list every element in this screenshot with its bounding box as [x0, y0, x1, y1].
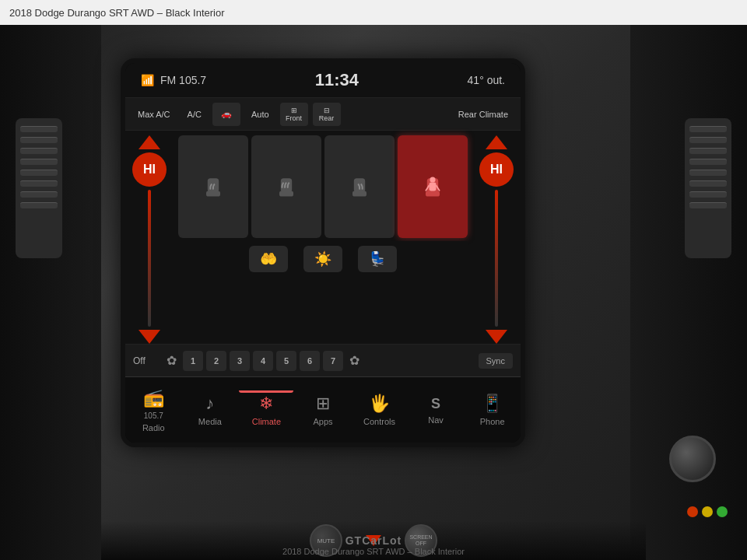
- radio-info: 📶 FM 105.7: [141, 74, 206, 86]
- page-title: 2018 Dodge Durango SRT AWD – Black Inter…: [9, 7, 225, 19]
- rear-button[interactable]: ⊟ Rear: [313, 103, 341, 126]
- nav-radio[interactable]: 📻 105.7 Radio: [126, 388, 181, 432]
- nav-icon: S: [431, 396, 440, 412]
- indicator-dots: [687, 506, 728, 517]
- green-dot: [717, 506, 728, 517]
- footwell-heat-button[interactable]: ☀️: [303, 246, 342, 272]
- fan-right-icon: ✿: [349, 353, 359, 368]
- nav-nav[interactable]: S Nav: [409, 396, 463, 425]
- fan-speed-2-button[interactable]: 2: [206, 351, 226, 371]
- nav-apps[interactable]: ⊞ Apps: [296, 394, 350, 426]
- seat-driver-airflow-2-button[interactable]: [251, 135, 321, 238]
- left-temp-track: [148, 190, 151, 327]
- fan-speed-6-button[interactable]: 6: [300, 351, 320, 371]
- max-ac-button[interactable]: Max A/C: [132, 107, 177, 122]
- right-temp-up-button[interactable]: [486, 135, 507, 149]
- screen-time: 11:34: [315, 70, 359, 90]
- screen-content: 📶 FM 105.7 11:34 41° out. Max A/C A/C 🚗 …: [125, 63, 521, 443]
- watermark: GTCarLot 2018 Dodge Durango SRT AWD – Bl…: [282, 534, 465, 556]
- svg-rect-9: [430, 183, 437, 191]
- right-temp-track: [495, 190, 498, 327]
- seat-icons-grid: 🤲 ☀️ 💺: [174, 135, 472, 344]
- svg-rect-3: [279, 191, 293, 196]
- yellow-dot: [702, 506, 713, 517]
- seat-heat-button[interactable]: 💺: [358, 246, 397, 272]
- apps-nav-icon: ⊞: [316, 394, 330, 414]
- right-car-panel: [630, 25, 747, 560]
- svg-rect-1: [206, 191, 220, 196]
- nav-climate[interactable]: ❄ Climate: [239, 394, 293, 426]
- rear-climate-button[interactable]: Rear Climate: [452, 107, 514, 122]
- apps-nav-label: Apps: [313, 417, 332, 426]
- radio-nav-icon: 📻: [143, 388, 164, 408]
- fan-speed-row: Off ✿ 1 2 3 4 5 6 7 ✿ Sync: [125, 344, 521, 376]
- phone-nav-label: Phone: [480, 417, 505, 426]
- left-temp-display: HI: [132, 152, 167, 187]
- climate-nav-label: Climate: [252, 417, 281, 426]
- fan-speed-5-button[interactable]: 5: [276, 351, 296, 371]
- svg-rect-5: [352, 191, 366, 196]
- rear-label: Rear: [319, 114, 335, 122]
- front-fan-button[interactable]: ⊞ Front: [280, 103, 308, 126]
- controls-nav-icon: 🖐: [369, 394, 390, 414]
- radio-nav-label: Radio: [142, 423, 165, 432]
- left-temp-slider: HI: [130, 135, 169, 344]
- fan-left-icon: ✿: [167, 353, 177, 368]
- off-label[interactable]: Off: [133, 355, 160, 366]
- radio-signal-icon: 📶: [141, 74, 154, 86]
- climate-nav-icon: ❄: [259, 394, 273, 414]
- fan-speed-3-button[interactable]: 3: [230, 351, 250, 371]
- right-air-vent: [685, 118, 731, 258]
- left-car-panel: [0, 25, 101, 560]
- navigation-bar: 📻 105.7 Radio ♪ Media ❄ Climate ⊞ Apps 🖐…: [125, 376, 521, 443]
- climate-main-area: HI: [125, 131, 521, 376]
- screen-outside-temp: 41° out.: [468, 74, 505, 86]
- media-nav-icon: ♪: [205, 394, 214, 414]
- watermark-caption: 2018 Dodge Durango SRT AWD – Black Inter…: [282, 547, 465, 556]
- svg-rect-7: [426, 191, 440, 196]
- fan-speed-4-button[interactable]: 4: [253, 351, 273, 371]
- seat-passenger-airflow-1-button[interactable]: [324, 135, 395, 238]
- climate-nav-row: Max A/C A/C 🚗 Auto ⊞ Front ⊟ Rear Rear C…: [125, 98, 521, 131]
- nav-phone[interactable]: 📱 Phone: [465, 394, 520, 426]
- sync-button[interactable]: Sync: [479, 353, 513, 369]
- car-icon-button[interactable]: 🚗: [212, 103, 240, 126]
- svg-point-8: [430, 177, 435, 182]
- left-temp-up-button[interactable]: [139, 135, 160, 149]
- title-bar: 2018 Dodge Durango SRT AWD – Black Inter…: [0, 0, 747, 25]
- front-label: Front: [286, 114, 302, 122]
- seat-passenger-airflow-2-button[interactable]: [398, 135, 468, 238]
- infotainment-screen: 📶 FM 105.7 11:34 41° out. Max A/C A/C 🚗 …: [121, 58, 525, 447]
- right-temp-display: HI: [479, 152, 514, 187]
- left-temp-down-button[interactable]: [139, 330, 160, 344]
- radio-station: FM 105.7: [160, 74, 206, 86]
- nav-nav-label: Nav: [428, 415, 444, 425]
- media-nav-label: Media: [198, 417, 222, 426]
- screen-header: 📶 FM 105.7 11:34 41° out.: [125, 63, 521, 98]
- fan-speed-1-button[interactable]: 1: [183, 351, 203, 371]
- right-knob-area: [669, 436, 716, 482]
- right-knob[interactable]: [669, 436, 716, 482]
- seat-driver-airflow-1-button[interactable]: [178, 135, 248, 238]
- watermark-site: GTCarLot: [282, 534, 465, 547]
- heat-controls-row: 🤲 ☀️ 💺: [178, 241, 468, 276]
- nav-controls[interactable]: 🖐 Controls: [352, 394, 407, 426]
- left-air-vent: [16, 118, 62, 258]
- ac-button[interactable]: A/C: [181, 107, 208, 122]
- red-dot: [687, 506, 698, 517]
- nav-media[interactable]: ♪ Media: [183, 394, 237, 426]
- radio-station-small: 105.7: [144, 411, 163, 420]
- controls-nav-label: Controls: [363, 417, 395, 426]
- phone-nav-icon: 📱: [482, 394, 503, 414]
- fan-speed-7-button[interactable]: 7: [323, 351, 343, 371]
- steering-heat-button[interactable]: 🤲: [249, 246, 288, 272]
- right-temp-slider: HI: [477, 135, 516, 344]
- right-temp-down-button[interactable]: [486, 330, 507, 344]
- auto-button[interactable]: Auto: [245, 107, 275, 122]
